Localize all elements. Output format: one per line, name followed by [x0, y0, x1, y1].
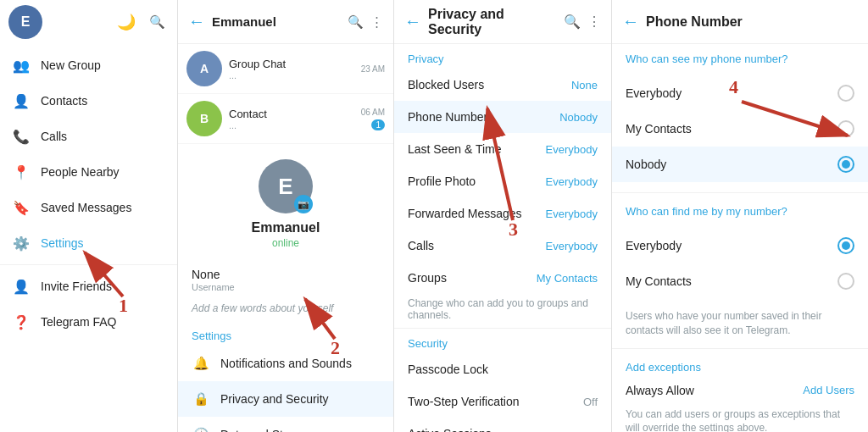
privacy-search-icon[interactable]: 🔍: [564, 14, 581, 30]
notifications-icon: 🔔: [192, 354, 210, 373]
forwarded-label: Forwarded Messages: [408, 207, 522, 220]
chat-item[interactable]: A Group Chat ... 23 AM: [178, 44, 393, 94]
privacy-header: ← Privacy and Security 🔍 ⋮: [394, 0, 611, 44]
account-header: ← Emmanuel 🔍 ⋮: [178, 0, 393, 44]
profile-name: Emmanuel: [252, 220, 320, 235]
exceptions-note: You can add users or groups as exception…: [612, 404, 868, 432]
privacy-header-icons: 🔍 ⋮: [564, 14, 601, 30]
sidebar-item-invite[interactable]: 👤 Invite Friends: [0, 269, 177, 304]
sidebar-label-settings: Settings: [41, 236, 84, 250]
privacy-label: Privacy and Security: [220, 392, 329, 406]
sidebar-item-new-group[interactable]: 👥 New Group: [0, 47, 177, 83]
back-icon[interactable]: ←: [188, 12, 205, 31]
chat-item[interactable]: B Contact ... 06 AM 1: [178, 94, 393, 144]
find-everybody-label: Everybody: [626, 239, 682, 252]
chat-info: Group Chat ...: [229, 58, 354, 80]
everybody-option[interactable]: Everybody: [612, 75, 868, 111]
people-nearby-icon: 📍: [12, 163, 31, 181]
blocked-users-item[interactable]: Blocked Users None: [394, 69, 611, 101]
search-btn[interactable]: 🔍: [348, 14, 364, 30]
privacy-icon: 🔒: [192, 390, 210, 408]
everybody-label: Everybody: [626, 86, 682, 100]
forwarded-item[interactable]: Forwarded Messages Everybody: [394, 197, 611, 230]
nobody-option[interactable]: Nobody: [612, 147, 868, 182]
sidebar-item-calls[interactable]: 📞 Calls: [0, 119, 177, 154]
bio-field: Add a few words about yourself: [178, 297, 393, 323]
last-seen-item[interactable]: Last Seen & Time Everybody: [394, 133, 611, 165]
blocked-label: Blocked Users: [408, 78, 484, 91]
user-avatar[interactable]: E: [8, 5, 42, 39]
find-note: Users who have your number saved in thei…: [612, 306, 868, 345]
phone-label: Phone Number: [408, 110, 487, 124]
add-exceptions-label: Add exceptions: [612, 352, 868, 377]
always-allow-label: Always Allow: [626, 384, 694, 397]
data-icon: 🕐: [192, 425, 210, 432]
profile-section: E 📷 Emmanuel online: [178, 146, 393, 263]
nobody-radio[interactable]: [837, 156, 854, 173]
two-step-value: Off: [583, 396, 598, 408]
privacy-back-icon[interactable]: ←: [404, 12, 421, 31]
account-title: Emmanuel: [212, 14, 276, 29]
sidebar-header: E 🌙 🔍: [0, 0, 177, 44]
sidebar-item-contacts[interactable]: 👤 Contacts: [0, 83, 177, 119]
find-contacts-label: My Contacts: [626, 274, 692, 288]
profile-photo-value: Everybody: [546, 175, 598, 188]
find-contacts-radio[interactable]: [837, 273, 854, 290]
sidebar-label-invite: Invite Friends: [41, 280, 112, 293]
two-step-item[interactable]: Two-Step Verification Off: [394, 385, 611, 418]
sidebar-item-settings[interactable]: ⚙️ Settings: [0, 225, 177, 261]
privacy-section-label: Privacy: [394, 44, 611, 69]
calls-item[interactable]: Calls Everybody: [394, 230, 611, 262]
nobody-label: Nobody: [626, 158, 666, 171]
phone-value: Nobody: [559, 111, 598, 124]
phone-header: ← Phone Number: [612, 0, 868, 44]
passcode-label: Passcode Lock: [408, 363, 488, 376]
my-contacts-radio[interactable]: [837, 120, 854, 137]
invite-icon: 👤: [12, 277, 31, 296]
moon-icon[interactable]: 🌙: [114, 10, 138, 34]
calls-icon: 📞: [12, 127, 31, 146]
my-contacts-label: My Contacts: [626, 122, 692, 136]
active-sessions-item[interactable]: Active Sessions: [394, 418, 611, 432]
privacy-security-item[interactable]: 🔒 Privacy and Security: [178, 381, 393, 417]
data-label: Data and Storage: [220, 428, 314, 432]
username-field: None Username: [178, 263, 393, 297]
who-can-see-label: Who can see my phone number?: [612, 44, 868, 69]
settings-section-label: Settings: [178, 323, 393, 346]
notifications-item[interactable]: 🔔 Notifications and Sounds: [178, 346, 393, 381]
profile-status: online: [272, 237, 299, 249]
find-everybody-radio[interactable]: [837, 237, 854, 254]
passcode-item[interactable]: Passcode Lock: [394, 353, 611, 385]
find-contacts-option[interactable]: My Contacts: [612, 263, 868, 299]
everybody-radio[interactable]: [837, 85, 854, 102]
sidebar-item-saved-messages[interactable]: 🔖 Saved Messages: [0, 190, 177, 225]
saved-messages-icon: 🔖: [12, 198, 31, 217]
privacy-more-icon[interactable]: ⋮: [587, 14, 601, 30]
sidebar-label-saved: Saved Messages: [41, 201, 131, 214]
blocked-value: None: [571, 79, 598, 91]
more-btn[interactable]: ⋮: [370, 14, 383, 30]
my-contacts-option[interactable]: My Contacts: [612, 111, 868, 147]
groups-item[interactable]: Groups My Contacts: [394, 262, 611, 294]
sidebar-label-contacts: Contacts: [41, 94, 87, 108]
search-icon[interactable]: 🔍: [145, 10, 169, 34]
data-storage-item[interactable]: 🕐 Data and Storage: [178, 417, 393, 432]
section-divider: [612, 192, 868, 193]
find-everybody-option[interactable]: Everybody: [612, 228, 868, 263]
phone-back-icon[interactable]: ←: [622, 12, 639, 31]
sidebar-item-faq[interactable]: ❓ Telegram FAQ: [0, 304, 177, 340]
sidebar-item-people-nearby[interactable]: 📍 People Nearby: [0, 154, 177, 190]
add-users-button[interactable]: Add Users: [803, 384, 854, 396]
profile-avatar: E 📷: [259, 159, 313, 213]
username-label: Username: [192, 282, 380, 292]
profile-photo-label: Profile Photo: [408, 174, 476, 188]
sidebar-label-people-nearby: People Nearby: [41, 165, 120, 179]
phone-number-item[interactable]: Phone Number Nobody: [394, 101, 611, 133]
groups-value: My Contacts: [537, 272, 598, 285]
account-panel: ← Emmanuel 🔍 ⋮ A Group Chat ... 23 AM B: [178, 0, 394, 432]
contacts-icon: 👤: [12, 91, 31, 110]
calls-value: Everybody: [546, 240, 598, 252]
active-sessions-label: Active Sessions: [408, 427, 492, 432]
profile-photo-item[interactable]: Profile Photo Everybody: [394, 165, 611, 197]
camera-icon[interactable]: 📷: [294, 195, 313, 213]
